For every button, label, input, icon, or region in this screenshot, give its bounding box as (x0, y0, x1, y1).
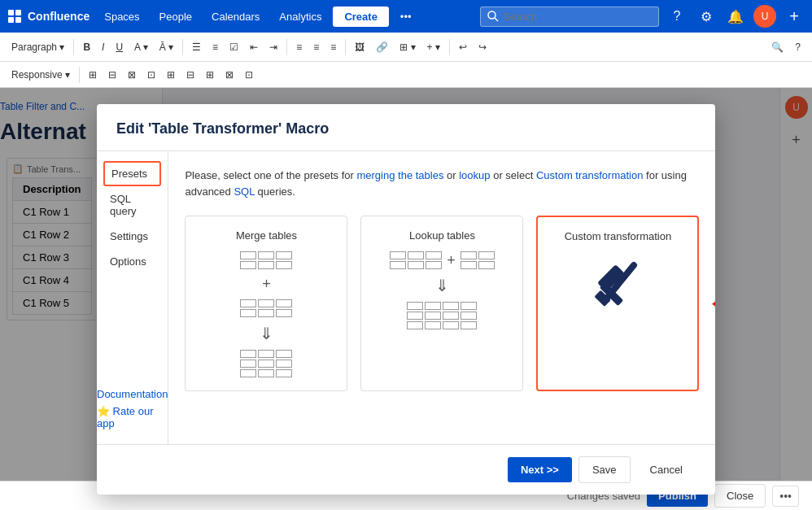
lookup-result-table (407, 302, 477, 329)
more-options-button[interactable]: ••• (772, 486, 799, 507)
sql-link[interactable]: SQL (234, 185, 255, 198)
layout-btn9[interactable]: ⊡ (240, 67, 258, 83)
lookup-table-left (390, 251, 442, 269)
close-button[interactable]: Close (714, 484, 766, 508)
align-left[interactable]: ≡ (291, 39, 307, 55)
custom-transformation-title: Custom transformation (565, 230, 672, 242)
modal-description: Please, select one of the presets for me… (185, 168, 699, 199)
custom-link[interactable]: Custom transformation (536, 169, 644, 181)
redo-button[interactable]: ↪ (474, 39, 491, 55)
insert-link[interactable]: 🔗 (371, 39, 393, 55)
settings-button[interactable]: ⚙ (695, 5, 718, 28)
layout-btn1[interactable]: ⊞ (84, 67, 102, 83)
list-number[interactable]: ≡ (207, 39, 223, 55)
layout-btn8[interactable]: ⊠ (220, 67, 238, 83)
layout-btn2[interactable]: ⊟ (103, 67, 121, 83)
custom-transformation-card[interactable]: Custom transformation ← (536, 216, 699, 391)
svg-point-4 (488, 11, 495, 19)
sidebar-item-settings[interactable]: Settings (97, 224, 168, 249)
insert-table[interactable]: ⊞ ▾ (395, 39, 420, 55)
modal-sidebar-footer: Documentation ⭐ Rate our app (97, 378, 168, 434)
toolbar-separator3 (286, 39, 287, 55)
app-logo[interactable]: Confluence (7, 8, 89, 24)
lookup-tables-card[interactable]: Lookup tables (360, 216, 523, 391)
modal-overlay: Edit 'Table Transformer' Macro Presets S… (0, 88, 812, 481)
sidebar-item-sql-query[interactable]: SQL query (97, 186, 168, 224)
calendars-nav[interactable]: Calendars (203, 7, 268, 26)
layout-btn7[interactable]: ⊞ (201, 67, 219, 83)
create-button[interactable]: Create (333, 7, 388, 27)
merging-link[interactable]: merging the tables (356, 169, 443, 181)
app-name: Confluence (28, 10, 89, 23)
people-nav[interactable]: People (151, 7, 200, 26)
merge-tables-preview: + ⇓ (240, 251, 292, 377)
lookup-plus-icon: + (447, 252, 456, 269)
help-button[interactable]: ? (666, 5, 688, 28)
toolbar-row1: Paragraph ▾ B I U A ▾ Ā ▾ ☰ ≡ ☑ ⇤ ⇥ ≡ ≡ … (0, 33, 812, 62)
style-dropdown[interactable]: Paragraph ▾ (7, 39, 69, 55)
nav-icons: ? ⚙ 🔔 U + (666, 5, 805, 28)
nav-items: Spaces People Calendars Analytics Create… (96, 7, 474, 27)
strikethrough-button[interactable]: Ā ▾ (155, 39, 178, 55)
align-center[interactable]: ≡ (308, 39, 324, 55)
preset-cards: Merge tables (185, 216, 699, 391)
modal-main-content: Please, select one of the presets for me… (168, 151, 715, 444)
modal-dialog: Edit 'Table Transformer' Macro Presets S… (97, 104, 715, 495)
toolbar-separator2 (182, 39, 183, 55)
lookup-arrow-down: ⇓ (435, 276, 449, 295)
svg-line-5 (495, 18, 498, 21)
cancel-button[interactable]: Cancel (637, 457, 696, 482)
align-right[interactable]: ≡ (325, 39, 341, 55)
task-list[interactable]: ☑ (225, 39, 243, 55)
svg-rect-0 (8, 10, 14, 15)
modal-body: Presets SQL query Settings Options Docum… (97, 151, 715, 444)
sidebar-item-presets[interactable]: Presets (103, 161, 161, 186)
merge-tables-title: Merge tables (236, 229, 297, 242)
list-bullet[interactable]: ☰ (187, 39, 206, 55)
toolbar-separator4 (345, 39, 346, 55)
svg-rect-1 (15, 10, 21, 15)
user-avatar[interactable]: U (753, 5, 776, 28)
search-toolbar[interactable]: 🔍 (766, 39, 788, 55)
italic-button[interactable]: I (97, 39, 109, 55)
lookup-tables-title: Lookup tables (409, 229, 475, 242)
spaces-nav[interactable]: Spaces (96, 7, 147, 26)
merge-result-table (240, 350, 292, 377)
undo-button[interactable]: ↩ (454, 39, 472, 55)
svg-rect-2 (8, 17, 14, 23)
modal-header: Edit 'Table Transformer' Macro (97, 104, 715, 151)
toolbar2-sep (79, 67, 80, 83)
indent-more[interactable]: ⇥ (264, 39, 282, 55)
bold-button[interactable]: B (78, 39, 95, 55)
lookup-link[interactable]: lookup (459, 169, 490, 181)
lookup-table-right (461, 251, 495, 269)
toolbar-row2: Responsive ▾ ⊞ ⊟ ⊠ ⊡ ⊞ ⊟ ⊞ ⊠ ⊡ (0, 62, 812, 88)
lookup-top-row: + (390, 251, 495, 269)
indent-less[interactable]: ⇤ (245, 39, 263, 55)
documentation-link[interactable]: Documentation (97, 388, 168, 400)
merge-tables-card[interactable]: Merge tables (185, 216, 347, 391)
layout-btn5[interactable]: ⊞ (162, 67, 180, 83)
toolbar-separator5 (449, 39, 450, 55)
analytics-nav[interactable]: Analytics (271, 7, 330, 26)
layout-btn4[interactable]: ⊡ (142, 67, 160, 83)
modal-sidebar: Presets SQL query Settings Options Docum… (97, 151, 168, 444)
layout-btn3[interactable]: ⊠ (123, 67, 141, 83)
help-toolbar[interactable]: ? (790, 39, 805, 55)
search-input[interactable] (480, 7, 659, 27)
notifications-button[interactable]: 🔔 (724, 5, 747, 28)
responsive-dropdown[interactable]: Responsive ▾ (7, 67, 75, 83)
rate-app-link[interactable]: ⭐ Rate our app (97, 405, 168, 429)
sidebar-item-options[interactable]: Options (97, 249, 168, 274)
add-button[interactable]: + (783, 5, 805, 28)
more-nav[interactable]: ••• (392, 7, 420, 26)
insert-image[interactable]: 🖼 (350, 39, 369, 55)
next-button[interactable]: Next >> (508, 457, 572, 482)
more-formatting[interactable]: A ▾ (129, 39, 153, 55)
insert-plus[interactable]: + ▾ (422, 39, 445, 55)
underline-button[interactable]: U (111, 39, 128, 55)
tools-icon (585, 252, 650, 317)
layout-btn6[interactable]: ⊟ (181, 67, 199, 83)
save-button[interactable]: Save (578, 456, 631, 483)
content-area: Table Filter and C... Alternat 📋 Table T… (0, 88, 812, 481)
